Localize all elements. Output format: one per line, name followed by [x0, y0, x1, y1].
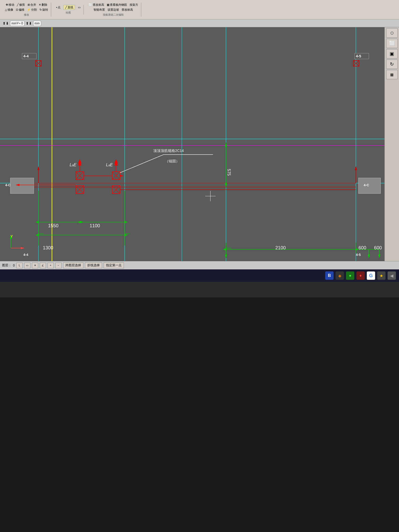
- split-label: 分割: [31, 8, 37, 12]
- mirror-button[interactable]: △ 镜像: [4, 8, 14, 12]
- box-select-icon: ▭: [26, 264, 28, 267]
- set-section-button[interactable]: ⬜ 查改标高: [88, 3, 105, 7]
- svg-text:（锚固）: （锚固）: [165, 159, 179, 163]
- taskbar-green-icon[interactable]: ●: [346, 271, 354, 280]
- monitor-body: HUAWEI: [0, 297, 399, 532]
- minus-btn[interactable]: −: [55, 263, 62, 268]
- trim-button[interactable]: ╱ 修剪: [16, 3, 26, 7]
- rect-button[interactable]: ▭: [77, 5, 81, 9]
- modify-group: ✥ 移动 ╱ 修剪 ⊞ 合并 ✕ 删除 △ 镜像 ⊡ 偏移: [2, 3, 51, 17]
- specify-point-button[interactable]: 指定第一点: [104, 262, 124, 268]
- offset-button[interactable]: ⊡ 偏移: [15, 8, 25, 12]
- svg-text:4-4: 4-4: [23, 54, 29, 58]
- layer-value: 0: [13, 264, 15, 267]
- smart-section-label: 筏板基础二次编辑: [103, 13, 124, 17]
- rotate-label: 旋转: [42, 8, 48, 12]
- monitor-bezel-top: [0, 282, 399, 297]
- view-grid-button[interactable]: ▦: [386, 70, 398, 79]
- move-icon: ✥: [6, 3, 8, 6]
- check-rebar-icon: ▦: [107, 3, 109, 6]
- y-coord-field[interactable]: mm: [33, 21, 41, 26]
- split-button[interactable]: ⚡ 分割: [26, 8, 38, 12]
- cube-icon: ⬜: [389, 41, 395, 46]
- x-label: mmY=: [11, 22, 21, 25]
- view-cube-button[interactable]: ⬜: [386, 39, 398, 48]
- svg-text:600: 600: [374, 245, 382, 250]
- main-toolbar: ✥ 移动 ╱ 修剪 ⊞ 合并 ✕ 删除 △ 镜像 ⊡ 偏移: [0, 0, 399, 19]
- line-label: 直线: [68, 5, 73, 9]
- trim-label: 修剪: [19, 3, 25, 7]
- point-label: 点: [58, 5, 61, 9]
- taskbar-blue-icon[interactable]: B: [325, 271, 334, 280]
- smart-layout-button[interactable]: 智能布置: [93, 8, 106, 12]
- taskbar-google-icon[interactable]: G: [367, 271, 375, 280]
- layer-label: 图层：: [2, 263, 11, 268]
- check-height-button[interactable]: 查改标高: [121, 8, 134, 12]
- cross-layer-select-button[interactable]: 跨图层选择: [63, 262, 83, 268]
- merge-label: 合并: [30, 3, 36, 7]
- mirror-label: 镜像: [8, 8, 13, 12]
- draw-group: • 点 ╱ 直线 ▭ 绘图: [53, 5, 84, 15]
- polyline-select-button[interactable]: 折线选择: [85, 262, 102, 268]
- svg-text:575: 575: [227, 169, 231, 176]
- svg-rect-43: [10, 178, 34, 194]
- check-height-label: 查改标高: [122, 8, 133, 12]
- box-select-icon-btn[interactable]: ▭: [24, 263, 30, 268]
- view-3d-button[interactable]: ⬡: [386, 28, 398, 38]
- set-edge-label: 设置边坡: [108, 8, 119, 12]
- taskbar-yellow-icon[interactable]: ★: [377, 271, 385, 280]
- merge-icon: ⊞: [28, 3, 30, 6]
- rotate-icon: ↻: [39, 8, 42, 11]
- set-section-icon: ⬜: [89, 3, 92, 6]
- coord-arrows2: ⬆⬇: [26, 21, 32, 25]
- delete-icon: ✕: [39, 3, 41, 6]
- coord-arrows: ⬆⬇: [3, 21, 9, 25]
- svg-text:LaE: LaE: [106, 163, 113, 167]
- svg-rect-44: [358, 178, 381, 194]
- right-toolbar: ⬡ ⬜ ▣ ↻ ▦: [384, 27, 399, 261]
- cancel-icon: ✕: [34, 264, 36, 267]
- taskbar-arrow-icon[interactable]: ◀: [388, 271, 396, 280]
- rect-icon: ▭: [78, 6, 81, 9]
- offset-icon: ⊡: [16, 8, 18, 11]
- delete-button[interactable]: ✕ 删除: [38, 3, 48, 7]
- cancel-btn[interactable]: ✕: [32, 263, 38, 268]
- plus-btn[interactable]: +: [48, 263, 54, 268]
- cad-svg: Y: [0, 27, 384, 261]
- check-rebar-label: 查看板内钢筋: [110, 3, 127, 7]
- svg-text:4-5: 4-5: [356, 54, 361, 58]
- trim-icon: ╱: [17, 3, 19, 6]
- x-value: 0: [21, 22, 23, 25]
- set-edge-button[interactable]: 设置边坡: [107, 8, 120, 12]
- coord-bar: ⬆⬇ mmY= 0 ⬆⬇ mm: [0, 19, 399, 27]
- rotate-button[interactable]: ↻ 旋转: [39, 8, 49, 12]
- move-button[interactable]: ✥ 移动: [5, 3, 15, 7]
- svg-text:1100: 1100: [90, 223, 100, 228]
- solid-icon: ▣: [390, 51, 394, 57]
- move-label: 移动: [9, 3, 14, 7]
- smart-layout-label: 智能布置: [94, 8, 105, 12]
- draw-section-label: 绘图: [66, 11, 71, 15]
- view-solid-button[interactable]: ▣: [386, 49, 398, 58]
- view-rotate-button[interactable]: ↻: [386, 59, 398, 69]
- line-button[interactable]: ╱ 直线: [63, 5, 75, 10]
- svg-text:2100: 2100: [275, 245, 286, 250]
- svg-text:4-4: 4-4: [23, 253, 29, 257]
- modify-section-label: 修改: [24, 13, 29, 17]
- layer-selector[interactable]: L: [16, 263, 23, 268]
- cad-canvas-area[interactable]: Y: [0, 27, 384, 261]
- y-label: mm: [35, 22, 40, 25]
- taskbar: B ◈ ● ♦ G ★ ◀: [0, 269, 399, 282]
- angle-btn[interactable]: ∠: [40, 263, 46, 268]
- x-coord-field[interactable]: mmY= 0: [10, 21, 24, 26]
- press-method-button[interactable]: 按架方: [129, 3, 139, 7]
- merge-button[interactable]: ⊞ 合并: [27, 3, 37, 7]
- angle-icon: ∠: [42, 264, 44, 267]
- point-button[interactable]: • 点: [55, 5, 61, 10]
- smart-group: ⬜ 查改标高 ▦ 查看板内钢筋 按架方 智能布置 设置边坡 查改标高 筏板基础二…: [86, 3, 141, 17]
- check-rebar-button[interactable]: ▦ 查看板内钢筋: [106, 3, 128, 7]
- mirror-icon: △: [5, 8, 7, 11]
- taskbar-red-icon[interactable]: ♦: [356, 271, 365, 280]
- taskbar-multicolor-icon[interactable]: ◈: [336, 271, 344, 280]
- svg-text:LaE: LaE: [70, 163, 77, 167]
